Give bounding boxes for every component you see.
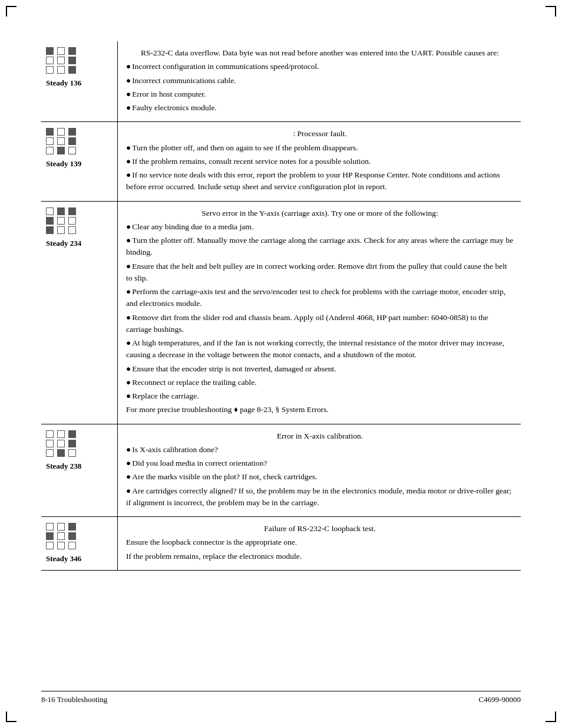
led-grid-steady-139	[46, 128, 76, 154]
bullet-item: ●Replace the carriage.	[126, 390, 514, 402]
led-box-0-0	[46, 47, 54, 55]
led-cell-steady-136: Steady 136	[41, 41, 118, 121]
steady-label-steady-234: Steady 234	[46, 239, 81, 248]
desc-title-steady-139: : Processor fault.	[126, 128, 514, 140]
led-row-0	[46, 47, 76, 55]
led-row-2	[46, 449, 76, 457]
led-box-2-2	[68, 542, 76, 549]
bullet-item: ●Error in host computer.	[126, 88, 514, 100]
steady-label-steady-238: Steady 238	[46, 462, 81, 471]
desc-title-steady-346: Failure of RS-232-C loopback test.	[126, 523, 514, 535]
desc-title-steady-238: Error in X-axis calibration.	[126, 430, 514, 442]
led-row-2	[46, 147, 76, 154]
led-row-1	[46, 440, 76, 447]
entry-row-steady-238: Steady 238Error in X-axis calibration.●I…	[41, 424, 521, 518]
led-row-0	[46, 523, 76, 531]
led-box-0-0	[46, 128, 54, 136]
led-cell-steady-346: Steady 346	[41, 517, 118, 570]
led-box-2-2	[68, 66, 76, 74]
bullet-item: ●Remove dirt from the slider rod and cha…	[126, 312, 514, 336]
led-row-0	[46, 207, 76, 215]
bullet-item: ●Faulty electronics module.	[126, 102, 514, 114]
led-cell-steady-238: Steady 238	[41, 424, 118, 517]
led-box-1-2	[68, 137, 76, 145]
bullet-item: ●Perform the carriage-axis test and the …	[126, 286, 514, 310]
steady-label-steady-139: Steady 139	[46, 159, 81, 169]
led-box-2-1	[57, 449, 65, 457]
led-box-1-1	[57, 137, 65, 145]
para-item: If the problem remains, replace the elec…	[126, 551, 514, 562]
led-row-0	[46, 430, 76, 438]
desc-title-steady-234: Servo error in the Y-axis (carriage axis…	[126, 207, 514, 219]
led-box-2-2	[68, 226, 76, 234]
bullet-item: ●Turn the plotter off, and then on again…	[126, 142, 514, 154]
led-row-1	[46, 137, 76, 145]
led-box-2-0	[46, 542, 54, 549]
led-box-0-0	[46, 430, 54, 438]
bullet-item: ●Is X-axis calibration done?	[126, 444, 514, 456]
led-row-1	[46, 57, 76, 64]
entry-row-steady-139: Steady 139: Processor fault.●Turn the pl…	[41, 122, 521, 201]
entry-row-steady-346: Steady 346Failure of RS-232-C loopback t…	[41, 517, 521, 571]
led-box-2-1	[57, 66, 65, 74]
led-box-0-2	[68, 128, 76, 136]
desc-cell-steady-136: RS-232-C data overflow. Data byte was no…	[118, 41, 521, 121]
led-box-0-0	[46, 207, 54, 215]
led-row-2	[46, 226, 76, 234]
bullet-item: ●Clear any binding due to a media jam.	[126, 221, 514, 233]
led-box-2-0	[46, 449, 54, 457]
page: Steady 136RS-232-C data overflow. Data b…	[0, 0, 562, 728]
footer-left: 8-16 Troubleshooting	[41, 695, 107, 704]
desc-cell-steady-234: Servo error in the Y-axis (carriage axis…	[118, 202, 521, 424]
bullet-item: ●Ensure that the encoder strip is not in…	[126, 363, 514, 375]
bullet-item: ●Turn the plotter off. Manually move the…	[126, 235, 514, 259]
bullet-item: ●Are cartridges correctly aligned? If so…	[126, 485, 514, 509]
led-box-2-0	[46, 226, 54, 234]
led-box-1-2	[68, 217, 76, 225]
led-cell-steady-139: Steady 139	[41, 122, 118, 200]
bullet-item: ●If no service note deals with this erro…	[126, 169, 514, 193]
led-box-0-2	[68, 47, 76, 55]
led-box-0-1	[57, 430, 65, 438]
footer-right: C4699-90000	[479, 695, 521, 704]
led-row-2	[46, 66, 76, 74]
led-box-1-0	[46, 532, 54, 540]
bullet-item: ●Did you load media in correct orientati…	[126, 457, 514, 469]
led-box-0-1	[57, 207, 65, 215]
led-box-0-1	[57, 523, 65, 531]
steady-label-steady-346: Steady 346	[46, 554, 81, 564]
steady-label-steady-136: Steady 136	[46, 78, 81, 88]
led-box-1-2	[68, 532, 76, 540]
desc-cell-steady-238: Error in X-axis calibration.●Is X-axis c…	[118, 424, 521, 517]
entry-row-steady-234: Steady 234Servo error in the Y-axis (car…	[41, 202, 521, 424]
led-grid-steady-238	[46, 430, 76, 457]
led-box-2-2	[68, 147, 76, 154]
desc-cell-steady-346: Failure of RS-232-C loopback test.Ensure…	[118, 517, 521, 570]
led-grid-steady-136	[46, 47, 76, 74]
led-box-1-1	[57, 217, 65, 225]
led-box-1-0	[46, 137, 54, 145]
led-box-0-2	[68, 430, 76, 438]
led-box-1-0	[46, 217, 54, 225]
bullet-item: ●Ensure that the belt and belt pulley ar…	[126, 261, 514, 285]
led-row-1	[46, 217, 76, 225]
led-row-0	[46, 128, 76, 136]
led-box-2-1	[57, 226, 65, 234]
led-box-1-2	[68, 57, 76, 64]
led-box-1-1	[57, 532, 65, 540]
content-area: Steady 136RS-232-C data overflow. Data b…	[41, 41, 521, 571]
entry-row-steady-136: Steady 136RS-232-C data overflow. Data b…	[41, 41, 521, 122]
led-box-1-1	[57, 57, 65, 64]
led-box-1-0	[46, 440, 54, 447]
led-cell-steady-234: Steady 234	[41, 202, 118, 424]
led-row-1	[46, 532, 76, 540]
desc-title-steady-136: RS-232-C data overflow. Data byte was no…	[126, 47, 514, 59]
led-box-2-1	[57, 147, 65, 154]
led-box-1-2	[68, 440, 76, 447]
led-box-2-0	[46, 147, 54, 154]
bullet-item: ●If the problem remains, consult recent …	[126, 156, 514, 167]
led-box-2-0	[46, 66, 54, 74]
led-box-0-0	[46, 523, 54, 531]
led-row-2	[46, 542, 76, 549]
led-box-1-0	[46, 57, 54, 64]
